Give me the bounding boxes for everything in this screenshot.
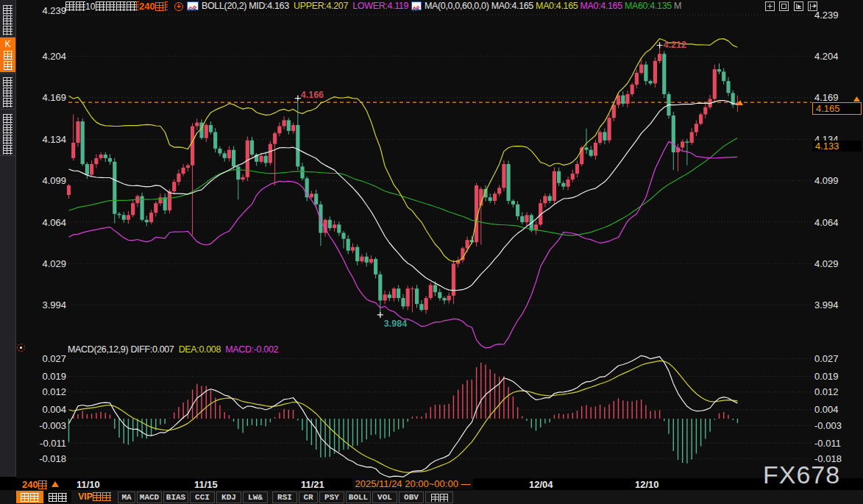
svg-text:4.064: 4.064 [814, 217, 839, 228]
svg-text:3.994: 3.994 [814, 299, 839, 310]
svg-text:0.012: 0.012 [814, 386, 839, 397]
svg-text:-0.018: -0.018 [39, 453, 66, 464]
svg-text:4.099: 4.099 [42, 175, 66, 186]
svg-text:4.064: 4.064 [42, 217, 66, 228]
svg-text:4.029: 4.029 [814, 258, 839, 269]
svg-text:0.019: 0.019 [42, 371, 66, 382]
svg-text:0.004: 0.004 [814, 404, 839, 415]
svg-text:0.012: 0.012 [42, 386, 66, 397]
svg-text:-0.011: -0.011 [814, 438, 841, 449]
svg-text:4.169: 4.169 [42, 92, 66, 103]
svg-text:4.134: 4.134 [42, 134, 66, 145]
svg-text:4.204: 4.204 [814, 51, 839, 62]
svg-text:4.212: 4.212 [664, 40, 686, 50]
svg-text:4.239: 4.239 [42, 5, 66, 16]
svg-text:4.166: 4.166 [301, 90, 324, 100]
svg-text:0.004: 0.004 [42, 404, 66, 415]
svg-text:-0.011: -0.011 [40, 438, 66, 449]
svg-text:3.984: 3.984 [384, 319, 407, 329]
svg-text:-0.003: -0.003 [39, 420, 66, 431]
svg-text:4.204: 4.204 [42, 51, 66, 62]
svg-text:0.027: 0.027 [814, 353, 839, 364]
svg-text:4.029: 4.029 [42, 258, 66, 269]
svg-text:3.994: 3.994 [42, 299, 66, 310]
svg-text:0.027: 0.027 [42, 353, 66, 364]
svg-text:-0.003: -0.003 [814, 420, 842, 431]
svg-text:0.019: 0.019 [814, 371, 839, 382]
svg-text:4.099: 4.099 [814, 175, 839, 186]
svg-text:4.239: 4.239 [814, 10, 839, 21]
